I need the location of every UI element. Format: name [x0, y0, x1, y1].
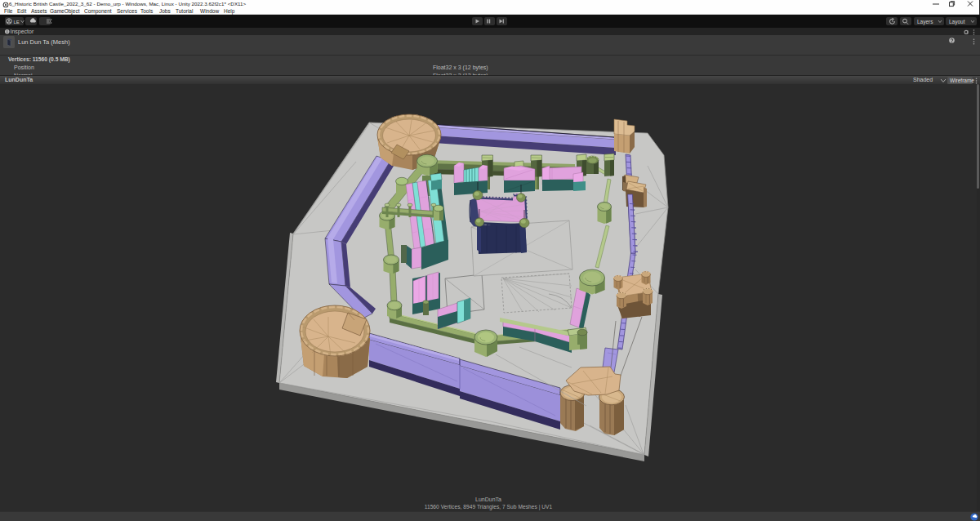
svg-text:LE: LE [14, 20, 20, 24]
svg-text:Layout: Layout [949, 19, 965, 25]
svg-text:Layers: Layers [917, 19, 933, 25]
